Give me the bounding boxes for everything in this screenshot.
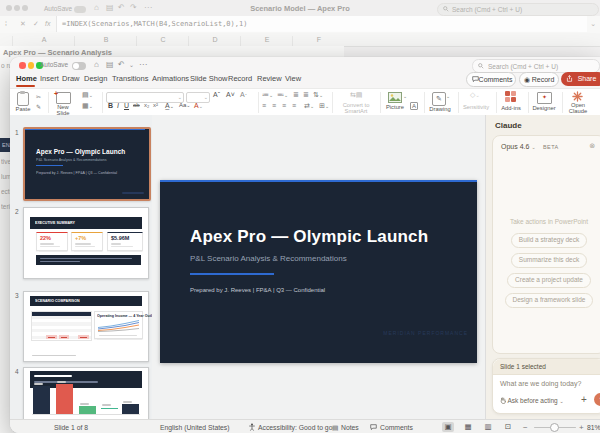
tab-record[interactable]: Record bbox=[228, 74, 252, 83]
zoom-in-button[interactable]: + bbox=[579, 423, 584, 432]
cut-icon[interactable]: ✂ bbox=[36, 93, 41, 100]
save-icon[interactable]: ▤ bbox=[106, 60, 114, 69]
comments-button[interactable]: Comments bbox=[466, 72, 516, 87]
suggestion-pill[interactable]: Design a framework slide bbox=[505, 293, 594, 308]
superscript-icon[interactable]: x² bbox=[153, 102, 158, 108]
reading-view-button[interactable]: ▥ bbox=[482, 422, 494, 432]
text-direction-icon[interactable]: ⇄⌄ bbox=[304, 102, 314, 110]
slide-canvas[interactable]: Apex Pro — Olympic Launch P&L Scenario A… bbox=[160, 180, 477, 363]
notes-button[interactable]: Notes bbox=[341, 424, 359, 431]
tab-draw[interactable]: Draw bbox=[62, 74, 80, 83]
slideshow-button[interactable]: ⊡ bbox=[502, 422, 514, 432]
strikethrough-icon[interactable]: ab bbox=[133, 102, 140, 108]
accessibility-status[interactable]: Accessibility: Good to go bbox=[258, 424, 332, 431]
autosave-toggle[interactable] bbox=[72, 62, 86, 70]
suggestion-pill[interactable]: Create a project update bbox=[507, 273, 591, 288]
attach-button[interactable]: + bbox=[581, 394, 587, 405]
column-header[interactable]: F bbox=[292, 36, 345, 46]
panel-options-icon[interactable]: ⊗ bbox=[589, 142, 595, 150]
slide-thumbnail-3[interactable]: SCENARIO COMPARISON Operating Income — 4… bbox=[23, 291, 149, 362]
format-painter-icon[interactable]: ✎ bbox=[36, 103, 41, 110]
indent-decrease-icon[interactable]: ≣ bbox=[293, 91, 299, 99]
claude-input[interactable]: What are we doing today? bbox=[500, 380, 581, 387]
subscript-icon[interactable]: x₂ bbox=[144, 102, 149, 108]
chevron-down-icon[interactable]: ⌄ bbox=[129, 61, 134, 68]
shrink-font-icon[interactable]: A˅ bbox=[226, 91, 235, 98]
column-header[interactable]: B bbox=[74, 36, 137, 46]
bullets-icon[interactable]: ≔⌄ bbox=[262, 91, 273, 99]
tab-review[interactable]: Review bbox=[257, 74, 282, 83]
align-center-icon[interactable]: ≡ bbox=[272, 102, 276, 109]
chevron-down-icon[interactable]: ⌄ bbox=[500, 362, 600, 369]
more-icon[interactable]: ⋯ bbox=[139, 60, 147, 69]
tab-home[interactable]: Home bbox=[16, 74, 37, 83]
designer-button[interactable]: Designer bbox=[530, 105, 558, 111]
italic-icon[interactable]: I bbox=[117, 102, 119, 109]
formula-expand-icon[interactable]: ⌄ bbox=[590, 20, 596, 28]
justify-icon[interactable]: ≡ bbox=[292, 102, 296, 109]
close-button[interactable] bbox=[19, 62, 26, 69]
slide-title[interactable]: Apex Pro — Olympic Launch bbox=[190, 227, 428, 247]
cancel-icon[interactable]: ✕ bbox=[20, 20, 26, 28]
drag-handle-icon[interactable]: ⁞ bbox=[5, 20, 7, 27]
zoom-slider-knob[interactable] bbox=[550, 423, 559, 432]
zoom-out-button[interactable]: − bbox=[523, 423, 528, 432]
underline-icon[interactable]: U bbox=[124, 102, 129, 109]
model-selector[interactable]: Opus 4.6 ⌄ bbox=[501, 143, 536, 150]
tab-slide-show[interactable]: Slide Show bbox=[190, 74, 228, 83]
clear-format-icon[interactable]: A· bbox=[240, 91, 247, 98]
column-header[interactable]: E bbox=[240, 36, 293, 46]
normal-view-button[interactable]: ▣ bbox=[442, 422, 454, 432]
columns-icon[interactable]: ⊞⌄ bbox=[319, 102, 329, 110]
indent-increase-icon[interactable]: ≣ bbox=[303, 91, 309, 99]
language-status[interactable]: English (United States) bbox=[160, 424, 230, 431]
sensitivity-button[interactable]: Sensitivity bbox=[460, 104, 492, 110]
context-chip[interactable]: Slide 1 selected ⌄ bbox=[493, 359, 600, 375]
confirm-icon[interactable]: ✓ bbox=[33, 20, 39, 28]
change-case-icon[interactable]: Aa⌄ bbox=[179, 102, 191, 108]
numbering-icon[interactable]: ≕⌄ bbox=[277, 91, 288, 99]
tab-insert[interactable]: Insert bbox=[40, 74, 59, 83]
record-button[interactable]: ◉ Record bbox=[519, 72, 559, 87]
bold-icon[interactable]: B bbox=[108, 102, 113, 109]
permission-mode-select[interactable]: Ask before acting ⌄ bbox=[500, 397, 564, 404]
drawing-button[interactable]: Drawing bbox=[426, 106, 454, 112]
align-right-icon[interactable]: ≡ bbox=[282, 102, 286, 109]
slide-sorter-view-button[interactable]: ▦ bbox=[462, 422, 474, 432]
excel-search-input[interactable]: Search (Cmd + Ctrl + U) bbox=[437, 3, 599, 16]
suggestion-pill[interactable]: Summarize this deck bbox=[511, 253, 587, 268]
font-color-icon[interactable]: A⌄ bbox=[194, 102, 203, 109]
grow-font-icon[interactable]: Aˆ bbox=[213, 91, 220, 98]
slide-subtitle[interactable]: P&L Scenario Analysis & Recommendations bbox=[190, 254, 347, 263]
line-spacing-icon[interactable]: ⇅⌄ bbox=[313, 91, 323, 99]
convert-smartart-button[interactable]: Convert to SmartArt bbox=[334, 102, 378, 115]
undo-icon[interactable]: ↶ bbox=[118, 60, 125, 69]
picture-button[interactable]: Picture bbox=[382, 104, 408, 110]
column-header[interactable]: D bbox=[188, 36, 241, 46]
send-button[interactable]: ↑ bbox=[594, 393, 600, 406]
minimize-button[interactable] bbox=[28, 62, 35, 69]
slide-thumbnail-1[interactable]: Apex Pro — Olympic Launch P&L Scenario A… bbox=[23, 127, 151, 201]
ppt-search-input[interactable]: Search (Cmd + Ctrl + U) bbox=[472, 59, 600, 73]
tab-animations[interactable]: Animations bbox=[152, 74, 189, 83]
chevron-down-icon[interactable]: ⌄ bbox=[403, 93, 407, 99]
comments-toggle-button[interactable]: Comments bbox=[380, 424, 413, 431]
share-button[interactable]: Share bbox=[561, 72, 600, 86]
add-ins-button[interactable]: Add-ins bbox=[498, 105, 524, 111]
column-header[interactable]: A bbox=[12, 36, 75, 46]
tab-view[interactable]: View bbox=[285, 74, 301, 83]
excel-formula-input[interactable]: =INDEX(Scenarios,MATCH(B4,ScenarioList,0… bbox=[56, 16, 587, 32]
column-header[interactable]: C bbox=[136, 36, 189, 46]
slide-thumbnail-2[interactable]: EXECUTIVE SUMMARY 22% +7% $5.96M bbox=[23, 207, 149, 279]
slide-footer[interactable]: Prepared by J. Reeves | FP&A | Q3 — Conf… bbox=[190, 287, 325, 293]
home-icon[interactable]: ⌂ bbox=[94, 60, 99, 69]
tab-transitions[interactable]: Transitions bbox=[112, 74, 148, 83]
chevron-down-icon[interactable]: ⌄ bbox=[446, 93, 450, 99]
align-left-icon[interactable]: ≡ bbox=[262, 102, 266, 109]
open-claude-button[interactable]: Open Claude bbox=[566, 102, 590, 115]
highlight-color-icon[interactable]: A̲⌄ bbox=[165, 102, 174, 109]
tab-design[interactable]: Design bbox=[84, 74, 107, 83]
slide-counter[interactable]: Slide 1 of 8 bbox=[54, 424, 88, 431]
text-box-icon[interactable]: A bbox=[410, 102, 418, 110]
zoom-percentage[interactable]: 81% bbox=[587, 424, 600, 431]
